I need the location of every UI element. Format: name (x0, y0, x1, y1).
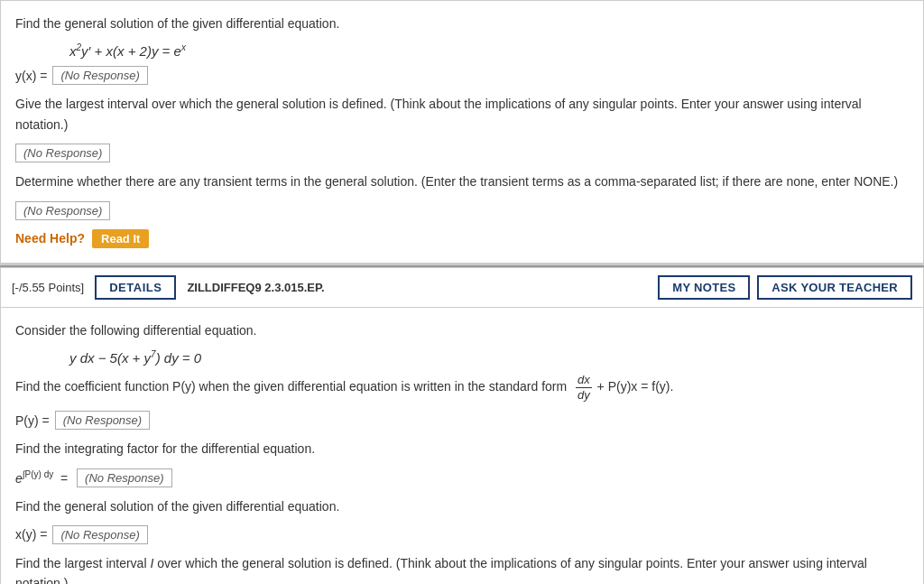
q2-text: Give the largest interval over which the… (15, 94, 909, 134)
ask-teacher-button[interactable]: ASK YOUR TEACHER (757, 275, 912, 300)
response-py[interactable]: (No Response) (55, 411, 150, 430)
intro-text: Consider the following differential equa… (15, 320, 909, 340)
py-label: P(y) = (15, 413, 50, 428)
q4-interval-text: Find the largest interval I over which t… (15, 553, 909, 584)
q3-text: Determine whether there are any transien… (15, 171, 909, 191)
section-1: Find the general solution of the given d… (0, 0, 924, 265)
need-help-label: Need Help? (15, 231, 85, 246)
q1-py-text: Find the coefficient function P(y) when … (15, 373, 909, 402)
response-1[interactable]: (No Response) (52, 66, 147, 85)
yx-label: y(x) = (15, 69, 47, 83)
py-response-row: P(y) = (No Response) (15, 411, 909, 430)
integrating-response-row: e∫P(y) dy = (No Response) (15, 468, 909, 487)
q3-general-text: Find the general solution of the given d… (15, 496, 909, 516)
section-1-body: Find the general solution of the given d… (1, 1, 923, 264)
section-2: [-/5.55 Points] DETAILS ZILLDIFFEQ9 2.3.… (0, 267, 924, 584)
problem-code: ZILLDIFFEQ9 2.3.015.EP. (187, 281, 324, 294)
response-integrating[interactable]: (No Response) (77, 468, 171, 487)
main-equation: y dx − 5(x + y7) dy = 0 (69, 349, 909, 366)
need-help-row: Need Help? Read It (15, 229, 909, 248)
q2-integrating-text: Find the integrating factor for the diff… (15, 439, 909, 459)
section-2-body: Consider the following differential equa… (1, 308, 923, 584)
my-notes-button[interactable]: MY NOTES (658, 275, 750, 300)
response-xy[interactable]: (No Response) (52, 525, 147, 544)
xy-label: x(y) = (15, 527, 47, 542)
read-it-button[interactable]: Read It (92, 229, 149, 248)
points-label: [-/5.55 Points] (12, 281, 84, 294)
response-2[interactable]: (No Response) (15, 144, 110, 162)
integrating-label: e∫P(y) dy = (15, 469, 71, 486)
details-button[interactable]: DETAILS (95, 275, 176, 300)
transient-response-row: (No Response) (15, 201, 909, 220)
equation-1: x2y′ + x(x + 2)y = ex (69, 42, 909, 59)
q1-text: Find the general solution of the given d… (15, 14, 909, 33)
response-3[interactable]: (No Response) (15, 201, 110, 220)
xy-response-row: x(y) = (No Response) (15, 525, 909, 544)
section-2-header: [-/5.55 Points] DETAILS ZILLDIFFEQ9 2.3.… (1, 268, 923, 308)
interval-response-row: (No Response) (15, 144, 909, 162)
yx-response-row: y(x) = (No Response) (15, 66, 909, 85)
right-buttons: MY NOTES ASK YOUR TEACHER (658, 275, 912, 300)
